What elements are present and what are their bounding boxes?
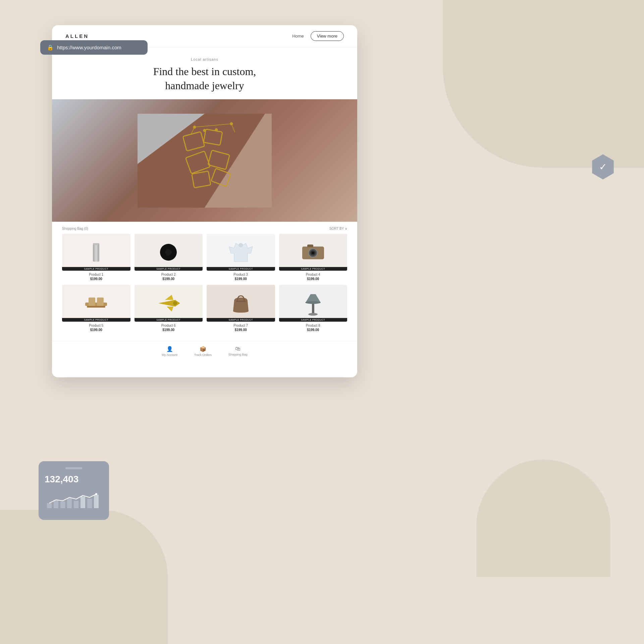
svg-rect-39 <box>67 498 72 508</box>
svg-rect-32 <box>236 301 246 302</box>
product-name-2: Product 2 <box>161 273 176 276</box>
svg-rect-26 <box>307 245 313 247</box>
svg-rect-27 <box>85 303 107 306</box>
site-footer: 👤 My Account 📦 Track Orders 🛍 Shopping B… <box>52 341 357 361</box>
product-name-7: Product 7 <box>233 324 248 327</box>
check-icon: ✓ <box>599 161 607 172</box>
chart-svg <box>45 488 103 508</box>
product-badge-8: SAMPLE PRODUCT <box>279 318 347 322</box>
hero-section: Local artisans Find the best in custom, … <box>52 47 357 99</box>
nav-links: Home View more <box>292 31 344 41</box>
footer-label-account: My Account <box>162 353 177 357</box>
product-card-8[interactable]: SAMPLE PRODUCT Product 8 $199.00 <box>279 285 347 332</box>
view-more-button[interactable]: View more <box>311 31 344 41</box>
hero-tagline: Local artisans <box>65 57 344 61</box>
svg-point-12 <box>194 126 196 128</box>
svg-rect-36 <box>47 503 52 508</box>
product-price-8: $199.00 <box>307 328 319 332</box>
account-icon: 👤 <box>166 346 173 352</box>
product-badge-4: SAMPLE PRODUCT <box>279 267 347 271</box>
product-card-6[interactable]: SAMPLE PRODUCT Product 6 $199.00 <box>135 285 203 332</box>
svg-point-19 <box>165 249 172 256</box>
products-section: Shopping Bag (0) SORT BY ∨ SAMPLE PRODUC… <box>52 222 357 341</box>
site-logo: ALLEN <box>65 33 89 39</box>
product-image-3: SAMPLE PRODUCT <box>207 234 275 271</box>
product-card-7[interactable]: SAMPLE PRODUCT Product 7 $199.00 <box>207 285 275 332</box>
lock-icon: 🔒 <box>47 44 54 51</box>
hero-title-line1: Find the best in custom, <box>153 65 256 77</box>
hero-title: Find the best in custom, handmade jewelr… <box>65 65 344 93</box>
svg-rect-41 <box>80 496 85 508</box>
footer-label-bag: Shopping Bag <box>228 353 248 356</box>
svg-point-13 <box>230 123 232 125</box>
url-text: https://www.yourdomain.com <box>57 45 121 50</box>
svg-point-31 <box>173 301 177 305</box>
product-badge-7: SAMPLE PRODUCT <box>207 318 275 322</box>
svg-rect-20 <box>238 243 243 247</box>
product-price-1: $199.00 <box>90 277 102 281</box>
product-price-3: $199.00 <box>235 277 247 281</box>
shopping-bag-label: Shopping Bag (0) <box>62 227 88 230</box>
product-badge-1: SAMPLE PRODUCT <box>62 267 130 271</box>
stat-number: 132,403 <box>45 474 103 485</box>
svg-rect-28 <box>89 298 95 306</box>
svg-point-14 <box>204 129 206 131</box>
svg-point-34 <box>308 313 318 316</box>
chart-area <box>45 488 103 508</box>
bag-icon: 🛍 <box>235 346 240 352</box>
product-name-8: Product 8 <box>306 324 320 327</box>
footer-item-bag[interactable]: 🛍 Shopping Bag <box>228 346 248 357</box>
footer-item-orders[interactable]: 📦 Track Orders <box>194 346 212 357</box>
svg-point-44 <box>95 493 97 495</box>
product-price-2: $199.00 <box>162 277 174 281</box>
home-link[interactable]: Home <box>292 34 304 39</box>
product-name-4: Product 4 <box>306 273 320 276</box>
footer-label-orders: Track Orders <box>194 353 212 357</box>
product-name-3: Product 3 <box>233 273 248 276</box>
bg-shape-middle <box>476 460 610 577</box>
svg-rect-42 <box>87 499 92 508</box>
product-image-6: SAMPLE PRODUCT <box>135 285 203 322</box>
product-price-4: $199.00 <box>307 277 319 281</box>
svg-rect-33 <box>312 303 314 314</box>
products-grid-row2: SAMPLE PRODUCT Product 5 $199.00 SAMPLE … <box>62 285 347 332</box>
svg-rect-16 <box>93 243 99 262</box>
product-name-1: Product 1 <box>89 273 103 276</box>
svg-point-17 <box>93 243 99 245</box>
svg-rect-29 <box>97 298 104 306</box>
orders-icon: 📦 <box>200 346 206 352</box>
hero-title-line2: handmade jewelry <box>165 79 244 92</box>
hero-image <box>52 99 357 222</box>
bg-shape-top-right <box>443 0 644 168</box>
products-grid-row1: SAMPLE PRODUCT Product 1 $199.00 SAMPLE … <box>62 234 347 281</box>
product-price-7: $199.00 <box>235 328 247 332</box>
product-badge-3: SAMPLE PRODUCT <box>207 267 275 271</box>
url-bar[interactable]: 🔒 https://www.yourdomain.com <box>40 40 148 55</box>
product-card-2[interactable]: SAMPLE PRODUCT Product 2 $199.00 <box>135 234 203 281</box>
product-card-3[interactable]: SAMPLE PRODUCT Product 3 $199.00 <box>207 234 275 281</box>
stats-card: 132,403 <box>39 461 109 520</box>
sort-by[interactable]: SORT BY ∨ <box>329 227 347 230</box>
product-image-1: SAMPLE PRODUCT <box>62 234 130 271</box>
svg-point-25 <box>312 252 314 254</box>
svg-rect-37 <box>54 500 58 508</box>
product-badge-2: SAMPLE PRODUCT <box>135 267 203 271</box>
svg-rect-40 <box>74 501 78 508</box>
browser-frame: ALLEN Home View more Local artisans Find… <box>52 25 357 377</box>
product-image-7: SAMPLE PRODUCT <box>207 285 275 322</box>
svg-rect-38 <box>60 501 65 508</box>
product-price-5: $199.00 <box>90 328 102 332</box>
product-price-6: $199.00 <box>162 328 174 332</box>
product-image-4: SAMPLE PRODUCT <box>279 234 347 271</box>
product-card-4[interactable]: SAMPLE PRODUCT Product 4 $199.00 <box>279 234 347 281</box>
svg-rect-43 <box>94 495 99 508</box>
products-header: Shopping Bag (0) SORT BY ∨ <box>62 227 347 230</box>
svg-point-35 <box>305 301 321 304</box>
product-badge-6: SAMPLE PRODUCT <box>135 318 203 322</box>
product-card-1[interactable]: SAMPLE PRODUCT Product 1 $199.00 <box>62 234 130 281</box>
product-card-5[interactable]: SAMPLE PRODUCT Product 5 $199.00 <box>62 285 130 332</box>
bg-shape-bottom-left <box>0 510 168 644</box>
product-name-5: Product 5 <box>89 324 103 327</box>
svg-point-15 <box>215 129 217 131</box>
footer-item-account[interactable]: 👤 My Account <box>162 346 177 357</box>
